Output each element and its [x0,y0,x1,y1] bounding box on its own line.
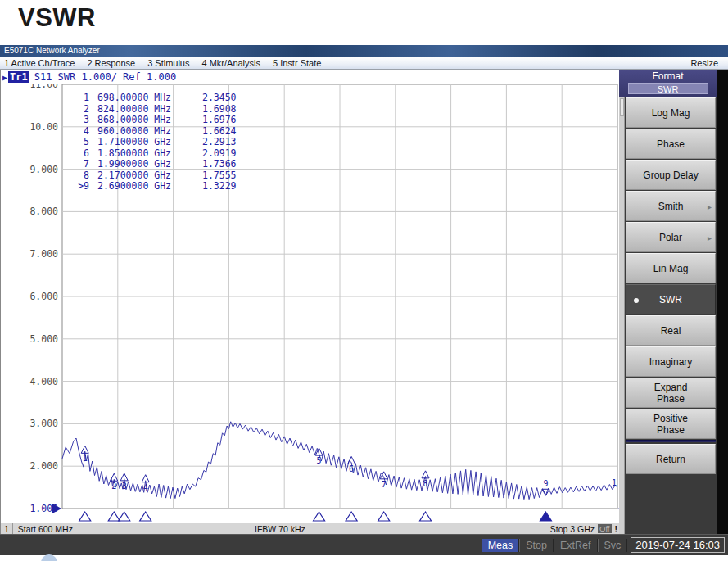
marker-table-row: 61.8500000 GHz2.0919 [70,148,237,160]
softkey-group-delay[interactable]: Group Delay [626,160,716,190]
softkey-lin-mag[interactable]: Lin Mag [626,253,716,283]
submenu-arrow-icon: ▸ [708,201,712,213]
softkey-separator [626,440,716,442]
marker-mnum: 1 [70,93,89,104]
menu-item-1[interactable]: 1 Active Ch/Trace [4,58,75,68]
marker-mval: 1.7366 [202,159,237,170]
marker-mfreq: 2.6900000 GHz [97,181,199,192]
y-axis-tick-label: 6.000 [29,291,58,302]
marker-mval: 2.3450 [202,93,237,104]
y-axis-tick-label: 7.000 [29,248,58,260]
resize-button[interactable]: Resize [690,57,718,70]
menu-item-4[interactable]: 4 Mkr/Analysis [201,58,260,68]
marker-mnum: 6 [70,148,89,160]
menu-item-5[interactable]: 5 Instr State [273,58,321,68]
statusbar-indicator-svc: Svc [598,539,628,552]
marker-mnum: >9 [70,181,89,192]
warning-indicator: ! [615,524,618,534]
y-axis-tick-label: 11.00 [29,84,58,90]
analyzer-screen: ▶ Tr1 S11 SWR 1.000/ Ref 1.000 11.0010.0… [0,70,619,534]
marker-5-stimulus-triangle-icon [314,512,325,521]
softkey-phase[interactable]: Phase [626,129,716,159]
marker-table-row: 82.1700000 GHz1.7555 [70,170,237,182]
marker-mfreq: 698.00000 MHz [97,93,199,104]
marker-number-label: 6 [349,464,354,473]
marker-7-stimulus-triangle-icon [378,512,390,521]
marker-table-row: 1698.00000 MHz2.3450 [70,93,237,104]
marker-table-row: 2824.00000 MHz1.6908 [70,104,237,115]
marker-number-label: 8 [423,479,428,488]
softkey-label: Imaginary [649,356,693,368]
softkey-label: Phase [657,138,685,150]
marker-mnum: 8 [70,170,89,182]
logo-fragment [41,554,57,561]
marker-mval: 2.2913 [202,137,237,148]
softkey-label: Expand [654,382,688,393]
page-title: VSWR [18,3,96,33]
window-titlebar: E5071C Network Analyzer [0,45,728,57]
marker-mnum: 5 [70,137,89,148]
marker-mnum: 4 [70,126,89,138]
y-axis-tick-label: 3.000 [29,418,58,429]
y-axis-tick-label: 4.000 [29,376,58,387]
y-axis-tick-label: 10.00 [29,121,58,133]
y-axis-tick-label: 2.000 [29,460,58,472]
marker-number-label: 3 [122,482,127,491]
marker-mfreq: 868.00000 MHz [97,115,199,126]
menu-item-3[interactable]: 3 Stimulus [147,58,189,68]
statusbar-indicator-meas: Meas [482,539,520,552]
softkey-scrollbar-thumb[interactable] [620,98,624,116]
softkey-label: Smith [658,201,684,212]
y-axis-tick-label: 8.000 [29,206,58,217]
menu-item-2[interactable]: 2 Response [87,58,135,68]
softkey-return[interactable]: Return [626,444,716,474]
marker-mval: 1.6908 [202,104,237,115]
marker-number-label: 2 [111,482,116,491]
softkey-label: SWR [659,294,682,305]
statusbar-indicator-stop: Stop [519,539,554,552]
softkey-real[interactable]: Real [626,315,716,346]
marker-4-stimulus-triangle-icon [140,512,151,521]
marker-2-stimulus-triangle-icon [108,512,120,521]
window-title: E5071C Network Analyzer [4,46,100,55]
softkey-smith[interactable]: Smith▸ [626,191,716,221]
softkey-imaginary[interactable]: Imaginary [626,346,716,377]
softkey-log-mag[interactable]: Log Mag [626,97,716,128]
marker-table-row: 51.7100000 GHz2.2913 [70,137,237,148]
softkey-expand-phase[interactable]: ExpandPhase [626,378,716,408]
softkey-scrollbar[interactable] [619,97,625,534]
marker-mval: 2.0919 [202,148,237,160]
softkey-label: Return [656,454,685,465]
softkey-menu-header: Format SWR [619,70,717,97]
marker-mnum: 3 [70,115,89,126]
softkey-polar[interactable]: Polar▸ [626,222,716,252]
softkey-label: Lin Mag [653,263,689,274]
ifbw-label: IFBW 70 kHz [255,524,305,534]
marker-mfreq: 1.9900000 GHz [97,159,199,170]
stop-frequency-label: Stop 3 GHz [550,524,595,534]
softkey-sidebar: Format SWR Log MagPhaseGroup DelaySmith▸… [619,70,717,534]
channel-number: 1 [1,523,13,534]
softkey-label: Real [661,325,681,337]
softkey-menu-title: Format [619,70,717,83]
right-edge-strip [717,70,728,534]
marker-mval: 1.3229 [202,181,237,192]
y-axis-tick-label: 5.000 [29,333,58,345]
marker-table-row: >92.6900000 GHz1.3229 [70,181,237,192]
marker-mfreq: 824.00000 MHz [97,104,199,115]
submenu-arrow-icon: ▸ [708,233,712,244]
marker-8-stimulus-triangle-icon [420,512,432,521]
trace-header: ▶ Tr1 S11 SWR 1.000/ Ref 1.000 [2,70,176,84]
marker-mfreq: 1.7100000 GHz [97,137,199,148]
y-axis-tick-label: 9.000 [29,164,58,175]
softkey-swr[interactable]: SWR [626,284,716,314]
marker-number-label: 9 [543,479,548,488]
trace-tab-tr1[interactable]: Tr1 [8,71,29,83]
marker-mval: 1.6624 [202,126,237,138]
marker-table-row: 71.9900000 GHz1.7366 [70,159,237,170]
statusbar-datetime: 2019-07-24 16:03 [631,537,725,553]
marker-9-stimulus-triangle-icon [540,512,551,521]
softkey-positive-phase[interactable]: PositivePhase [626,409,716,439]
marker-mfreq: 960.00000 MHz [97,126,199,138]
start-frequency-label: Start 600 MHz [18,524,73,534]
